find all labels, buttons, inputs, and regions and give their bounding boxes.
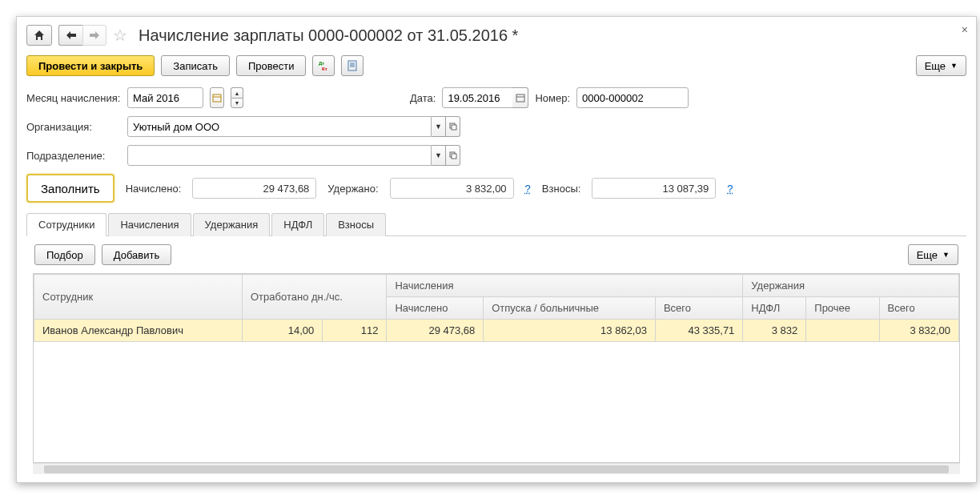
more-label: Еще xyxy=(917,249,938,261)
col-other[interactable]: Прочее xyxy=(806,297,879,320)
spinner-up-icon[interactable]: ▲ xyxy=(231,87,243,98)
more-label: Еще xyxy=(925,60,946,72)
calendar-icon xyxy=(212,93,222,103)
month-spinner[interactable]: ▲ ▼ xyxy=(231,87,243,108)
svg-rect-11 xyxy=(452,125,456,130)
number-label: Номер: xyxy=(535,92,570,104)
tab-accruals[interactable]: Начисления xyxy=(108,213,191,236)
more-button[interactable]: Еще ▼ xyxy=(916,55,966,76)
select-button[interactable]: Подбор xyxy=(34,244,95,265)
col-worked[interactable]: Отработано дн./чс. xyxy=(243,275,387,320)
col-withhold-group[interactable]: Удержания xyxy=(743,275,959,297)
open-icon[interactable] xyxy=(446,145,460,166)
spinner-down-icon[interactable]: ▼ xyxy=(231,98,243,108)
cell-accrued: 29 473,68 xyxy=(387,320,484,342)
cell-total-acc: 43 335,71 xyxy=(655,320,742,342)
report-button[interactable] xyxy=(341,55,363,76)
month-picker-button[interactable] xyxy=(210,87,224,108)
star-icon[interactable]: ☆ xyxy=(113,26,127,45)
date-input[interactable] xyxy=(442,87,516,108)
save-button[interactable]: Записать xyxy=(161,55,230,76)
arrow-left-icon xyxy=(66,31,76,39)
tab-employees[interactable]: Сотрудники xyxy=(26,213,106,236)
cell-vacation: 13 862,03 xyxy=(484,320,656,342)
close-icon[interactable]: × xyxy=(962,23,968,36)
dropdown-icon[interactable]: ▼ xyxy=(432,145,446,166)
cell-employee: Иванов Александр Павлович xyxy=(34,320,243,342)
cell-hours: 112 xyxy=(323,320,387,342)
cell-other xyxy=(806,320,879,342)
post-button[interactable]: Провести xyxy=(236,55,307,76)
col-ndfl[interactable]: НДФЛ xyxy=(743,297,806,320)
window-title: Начисление зарплаты 0000-000002 от 31.05… xyxy=(139,26,518,45)
col-total-wh[interactable]: Всего xyxy=(879,297,958,320)
back-button[interactable] xyxy=(58,25,82,46)
tab-contrib[interactable]: Взносы xyxy=(326,213,386,236)
arrow-right-icon xyxy=(90,31,99,39)
col-employee[interactable]: Сотрудник xyxy=(34,275,243,320)
contrib-label: Взносы: xyxy=(542,183,581,195)
svg-rect-6 xyxy=(213,95,221,102)
col-total-acc[interactable]: Всего xyxy=(655,297,742,320)
org-combo[interactable]: ▼ xyxy=(127,116,460,137)
dtkt-icon: Дт Кт xyxy=(318,60,329,71)
dep-label: Подразделение: xyxy=(26,150,121,162)
cell-ndfl: 3 832 xyxy=(743,320,806,342)
withheld-value: 3 832,00 xyxy=(390,178,514,199)
tab-ndfl[interactable]: НДФЛ xyxy=(271,213,324,236)
tab-withholdings[interactable]: Удержания xyxy=(193,213,271,236)
accrued-value: 29 473,68 xyxy=(192,178,316,199)
fill-button[interactable]: Заполнить xyxy=(26,174,114,203)
help-link[interactable]: ? xyxy=(525,183,531,195)
add-button[interactable]: Добавить xyxy=(102,244,171,265)
post-and-close-button[interactable]: Провести и закрыть xyxy=(26,55,155,76)
employees-table: Сотрудник Отработано дн./чс. Начисления … xyxy=(33,273,960,463)
col-accruals-group[interactable]: Начисления xyxy=(387,275,743,297)
titlebar: ☆ Начисление зарплаты 0000-000002 от 31.… xyxy=(26,25,966,46)
help-link[interactable]: ? xyxy=(727,183,733,195)
svg-text:Дт: Дт xyxy=(319,61,324,66)
dtkt-button[interactable]: Дт Кт xyxy=(312,55,335,76)
cell-total-wh: 3 832,00 xyxy=(879,320,958,342)
cell-days: 14,00 xyxy=(243,320,323,342)
org-label: Организация: xyxy=(26,121,121,133)
document-icon xyxy=(347,60,358,71)
open-icon[interactable] xyxy=(446,116,460,137)
dep-combo[interactable]: ▼ xyxy=(127,145,460,166)
date-label: Дата: xyxy=(410,92,436,104)
dropdown-icon[interactable]: ▼ xyxy=(432,116,446,137)
org-input[interactable] xyxy=(127,116,432,137)
dep-input[interactable] xyxy=(127,145,432,166)
toolbar: Провести и закрыть Записать Провести Дт … xyxy=(26,55,966,76)
contrib-value: 13 087,39 xyxy=(592,178,716,199)
number-input[interactable] xyxy=(576,87,689,108)
svg-rect-8 xyxy=(516,95,524,102)
date-picker-button[interactable] xyxy=(512,87,528,108)
col-accrued[interactable]: Начислено xyxy=(387,297,484,320)
caret-down-icon: ▼ xyxy=(942,251,950,259)
calendar-icon xyxy=(516,93,525,103)
horizontal-scrollbar[interactable] xyxy=(33,463,960,474)
svg-rect-2 xyxy=(348,61,356,70)
accrued-label: Начислено: xyxy=(126,183,182,195)
col-vacation[interactable]: Отпуска / больничные xyxy=(484,297,656,320)
home-button[interactable] xyxy=(26,25,52,46)
home-icon xyxy=(34,30,45,41)
forward-button xyxy=(82,25,106,46)
tabs: Сотрудники Начисления Удержания НДФЛ Взн… xyxy=(26,212,966,236)
month-input[interactable] xyxy=(127,87,203,108)
month-label: Месяц начисления: xyxy=(26,92,121,104)
svg-text:Кт: Кт xyxy=(322,66,327,71)
tab-more-button[interactable]: Еще ▼ xyxy=(908,244,958,265)
svg-rect-13 xyxy=(452,154,456,159)
table-row[interactable]: Иванов Александр Павлович 14,00 112 29 4… xyxy=(34,320,959,342)
caret-down-icon: ▼ xyxy=(950,62,958,70)
withheld-label: Удержано: xyxy=(327,183,378,195)
